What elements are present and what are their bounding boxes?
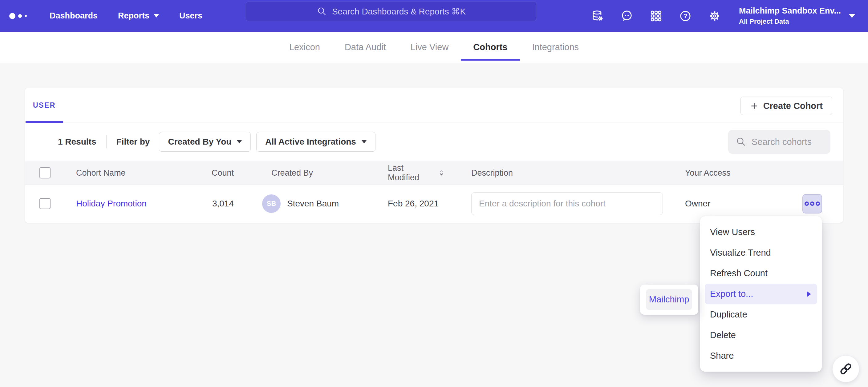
menu-item-label: Refresh Count bbox=[710, 268, 768, 278]
select-all-checkbox[interactable] bbox=[39, 167, 51, 178]
top-nav: Dashboards Reports Users Search Dashboar… bbox=[0, 0, 868, 32]
link-icon bbox=[839, 362, 853, 376]
cohorts-panel: USER Create Cohort 1 Results Filter by C… bbox=[25, 88, 843, 223]
tab-label: Integrations bbox=[532, 42, 579, 52]
svg-text:?: ? bbox=[683, 12, 687, 20]
table-header-row: Cohort Name Count Created By Last Modifi… bbox=[25, 161, 843, 185]
tab-lexicon[interactable]: Lexicon bbox=[289, 32, 320, 63]
project-switcher[interactable]: Mailchimp Sandbox Env... All Project Dat… bbox=[739, 6, 856, 26]
tab-data-audit[interactable]: Data Audit bbox=[345, 32, 386, 63]
project-name: Mailchimp Sandbox Env... bbox=[739, 6, 841, 16]
primary-nav: Dashboards Reports Users bbox=[50, 11, 203, 21]
nav-item-dashboards[interactable]: Dashboards bbox=[50, 11, 98, 21]
cohorts-panel-header: USER Create Cohort bbox=[25, 88, 843, 122]
chevron-down-icon bbox=[362, 140, 367, 143]
results-count: 1 Results bbox=[58, 137, 96, 147]
nav-item-label: Reports bbox=[118, 11, 149, 21]
menu-item-delete[interactable]: Delete bbox=[700, 325, 822, 346]
menu-item-visualize-trend[interactable]: Visualize Trend bbox=[700, 242, 822, 263]
global-search-bar[interactable]: Search Dashboards & Reports ⌘K bbox=[246, 2, 537, 21]
menu-item-export-to[interactable]: Export to... bbox=[705, 284, 817, 304]
submenu-arrow-icon bbox=[807, 291, 811, 297]
project-scope: All Project Data bbox=[739, 17, 841, 26]
created-by-cell: SB Steven Baum bbox=[238, 195, 361, 213]
column-header-count: Count bbox=[191, 168, 238, 178]
menu-item-label: Export to... bbox=[710, 289, 753, 299]
filter-dropdown-label: All Active Integrations bbox=[265, 137, 356, 147]
create-cohort-button[interactable]: Create Cohort bbox=[741, 97, 832, 115]
section-tab-bar: Lexicon Data Audit Live View Cohorts Int… bbox=[0, 32, 868, 63]
row-context-menu: View Users Visualize Trend Refresh Count… bbox=[700, 216, 822, 372]
tab-live-view[interactable]: Live View bbox=[411, 32, 449, 63]
submenu-item-label: Mailchimp bbox=[649, 294, 689, 305]
column-header-description: Description bbox=[444, 168, 665, 178]
access-level: Owner bbox=[665, 199, 789, 209]
nav-item-users[interactable]: Users bbox=[179, 11, 203, 21]
mixpanel-logo[interactable] bbox=[9, 13, 27, 19]
global-search-placeholder: Search Dashboards & Reports ⌘K bbox=[332, 6, 466, 16]
create-cohort-label: Create Cohort bbox=[763, 101, 823, 111]
nav-item-reports[interactable]: Reports bbox=[118, 11, 159, 21]
tab-label: Data Audit bbox=[345, 42, 386, 52]
search-cohorts-input[interactable]: Search cohorts bbox=[728, 130, 830, 154]
tab-label: USER bbox=[33, 101, 56, 109]
chevron-down-icon bbox=[154, 14, 159, 17]
search-icon bbox=[736, 137, 746, 147]
copy-link-floating-button[interactable] bbox=[832, 355, 859, 382]
filter-dropdown-label: Created By You bbox=[168, 137, 231, 147]
chevron-down-icon bbox=[848, 14, 856, 18]
menu-item-duplicate[interactable]: Duplicate bbox=[700, 304, 822, 325]
menu-item-label: Duplicate bbox=[710, 310, 747, 320]
tab-cohorts[interactable]: Cohorts bbox=[473, 32, 507, 63]
cohort-count: 3,014 bbox=[191, 199, 238, 209]
filter-toolbar: 1 Results Filter by Created By You All A… bbox=[25, 122, 843, 161]
row-checkbox[interactable] bbox=[39, 198, 51, 209]
last-modified-date: Feb 26, 2021 bbox=[388, 199, 439, 209]
tab-integrations[interactable]: Integrations bbox=[532, 32, 579, 63]
tab-label: Cohorts bbox=[473, 42, 507, 52]
tab-user-cohorts[interactable]: USER bbox=[26, 88, 63, 122]
nav-item-label: Dashboards bbox=[50, 11, 98, 21]
tab-label: Lexicon bbox=[289, 42, 320, 52]
nav-item-label: Users bbox=[179, 11, 203, 21]
row-actions-menu-button[interactable] bbox=[802, 194, 822, 213]
feedback-icon[interactable] bbox=[620, 9, 633, 23]
description-input[interactable] bbox=[471, 192, 663, 215]
menu-item-view-users[interactable]: View Users bbox=[700, 222, 822, 242]
tab-label: Live View bbox=[411, 42, 449, 52]
apps-grid-icon[interactable] bbox=[650, 9, 662, 23]
divider bbox=[106, 135, 106, 148]
cohort-name-link[interactable]: Holiday Promotion bbox=[76, 199, 147, 208]
menu-item-refresh-count[interactable]: Refresh Count bbox=[700, 263, 822, 284]
filter-integrations-dropdown[interactable]: All Active Integrations bbox=[256, 132, 375, 152]
search-icon bbox=[317, 6, 327, 16]
filter-by-label: Filter by bbox=[117, 137, 150, 147]
sort-icon bbox=[439, 170, 444, 176]
column-header-created-by: Created By bbox=[238, 168, 361, 178]
column-header-your-access: Your Access bbox=[665, 168, 789, 178]
column-header-last-modified[interactable]: Last Modified bbox=[361, 163, 444, 182]
plus-icon bbox=[750, 102, 758, 110]
settings-gear-icon[interactable] bbox=[708, 9, 721, 23]
filter-created-by-dropdown[interactable]: Created By You bbox=[159, 132, 251, 152]
submenu-item-mailchimp[interactable]: Mailchimp bbox=[646, 289, 692, 310]
project-meta: Mailchimp Sandbox Env... All Project Dat… bbox=[739, 6, 841, 26]
data-diagnostics-icon[interactable] bbox=[591, 9, 604, 23]
menu-item-share[interactable]: Share bbox=[700, 346, 822, 366]
column-header-label: Last Modified bbox=[388, 163, 436, 182]
menu-item-label: View Users bbox=[710, 227, 755, 237]
menu-item-label: Delete bbox=[710, 330, 736, 340]
export-submenu: Mailchimp bbox=[640, 285, 698, 315]
search-cohorts-placeholder: Search cohorts bbox=[751, 137, 812, 147]
help-icon[interactable]: ? bbox=[679, 9, 692, 23]
creator-name: Steven Baum bbox=[287, 199, 339, 209]
avatar: SB bbox=[262, 195, 281, 213]
chevron-down-icon bbox=[237, 140, 242, 143]
menu-item-label: Share bbox=[710, 351, 734, 361]
nav-right-cluster: ? Mailchimp Sandbox Env... All Project D… bbox=[575, 0, 868, 32]
menu-item-label: Visualize Trend bbox=[710, 248, 771, 258]
column-header-cohort-name: Cohort Name bbox=[65, 168, 191, 178]
